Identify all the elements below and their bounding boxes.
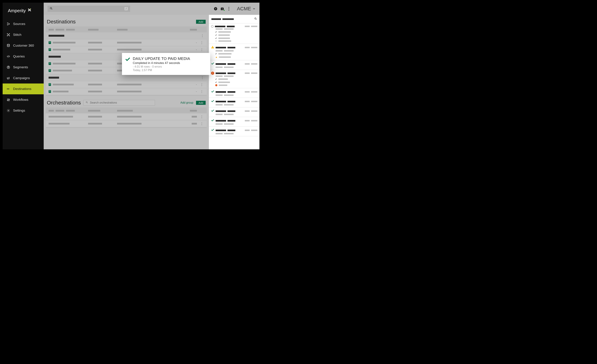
- add-destination-button[interactable]: Add: [196, 20, 206, 24]
- file-icon: [48, 83, 51, 86]
- sidebar-item-settings[interactable]: Settings: [3, 105, 44, 116]
- table-row[interactable]: - ⋮: [46, 39, 207, 46]
- callout-rows-errors: - 4.01 M rows - 0 errors: [133, 65, 190, 68]
- svg-point-22: [228, 8, 229, 9]
- search-input[interactable]: [55, 7, 122, 10]
- sidebar-item-workflows[interactable]: Workflows: [3, 94, 44, 105]
- sidebar: Amperity Sources Stitch Customer 360 Que…: [3, 3, 44, 149]
- mini-check-icon: ✔: [215, 31, 217, 33]
- overflow-menu[interactable]: [227, 7, 231, 11]
- activity-substep: ✔: [215, 37, 257, 39]
- main: / ? ACME Destinations Add: [44, 3, 259, 149]
- search-icon[interactable]: [254, 17, 257, 21]
- callout-completed: Completed in 4 minutes 47 seconds: [133, 61, 190, 65]
- activity-card[interactable]: ✔✔✔: [209, 23, 259, 44]
- check-icon: [211, 100, 214, 103]
- destinations-title: Destinations: [47, 19, 76, 25]
- kebab-icon[interactable]: ⋮: [201, 76, 204, 79]
- activity-card[interactable]: [209, 117, 259, 127]
- kebab-icon[interactable]: ⋮: [200, 115, 203, 119]
- search-icon: [86, 101, 88, 104]
- chevron-down-icon: [252, 6, 256, 12]
- add-orchestration-button[interactable]: Add: [196, 101, 206, 105]
- warning-icon: [211, 46, 214, 49]
- activity-card[interactable]: [209, 98, 259, 108]
- svg-point-11: [8, 66, 9, 67]
- sidebar-item-queries[interactable]: Queries: [3, 51, 44, 62]
- brand: Amperity: [3, 6, 44, 18]
- topbar: / ? ACME: [44, 3, 259, 15]
- svg-point-6: [7, 35, 8, 36]
- global-search[interactable]: /: [47, 6, 130, 12]
- table-row[interactable]: ⋮: [46, 120, 207, 127]
- sidebar-item-label: Queries: [13, 54, 25, 58]
- kebab-icon[interactable]: ⋮: [200, 122, 203, 126]
- orchestrations-search[interactable]: Search orchestrations: [83, 100, 155, 106]
- activity-substep: ▲: [215, 56, 257, 58]
- activity-card[interactable]: ✔▲: [209, 44, 259, 60]
- destinations-icon: [7, 87, 10, 91]
- sidebar-item-campaigns[interactable]: Campaigns: [3, 73, 44, 84]
- destination-group[interactable]: ⋮: [46, 32, 207, 39]
- callout-timestamp: Today, 1:57 PM: [133, 69, 190, 72]
- app-frame: Amperity Sources Stitch Customer 360 Que…: [0, 0, 262, 152]
- check-icon: [211, 62, 214, 66]
- gear-icon: [7, 109, 10, 112]
- file-icon: [48, 62, 51, 65]
- notification-dot-icon: [223, 9, 225, 11]
- sidebar-item-destinations[interactable]: Destinations: [3, 84, 44, 94]
- svg-point-21: [228, 7, 229, 8]
- workflow-detail-callout: DAILY UPDATE TO PAID MEDIA Completed in …: [122, 53, 210, 75]
- sidebar-item-label: Destinations: [13, 87, 31, 91]
- svg-rect-20: [222, 8, 222, 10]
- table-row[interactable]: - ⋮: [46, 88, 207, 95]
- kebab-icon[interactable]: ⋮: [200, 90, 203, 93]
- svg-point-0: [30, 8, 30, 9]
- error-icon: !: [211, 72, 214, 75]
- mini-check-icon: ✔: [215, 34, 217, 36]
- svg-point-7: [9, 35, 10, 36]
- brand-logo-icon: [27, 8, 32, 14]
- orchestrations-title: Orchestrations: [47, 100, 81, 106]
- help-icon[interactable]: ?: [213, 7, 218, 11]
- callout-title: DAILY UPDATE TO PAID MEDIA: [133, 56, 190, 61]
- sidebar-item-segments[interactable]: Segments: [3, 62, 44, 73]
- table-row[interactable]: ⋮: [46, 113, 207, 120]
- table-row[interactable]: - ⋮: [46, 81, 207, 88]
- svg-rect-26: [212, 47, 213, 48]
- activity-card[interactable]: [209, 108, 259, 117]
- sidebar-item-customer360[interactable]: Customer 360: [3, 40, 44, 51]
- callout-body: DAILY UPDATE TO PAID MEDIA Completed in …: [133, 56, 190, 72]
- kebab-icon[interactable]: ⋮: [201, 34, 204, 38]
- tenant-switcher[interactable]: ACME: [237, 6, 256, 12]
- activity-substep: ✔: [215, 81, 257, 84]
- check-icon: [125, 57, 130, 72]
- loading-icon: [211, 25, 213, 28]
- activity-card[interactable]: ! ✔✔: [209, 70, 259, 88]
- activity-substep: [215, 84, 257, 86]
- activity-card[interactable]: [209, 127, 259, 136]
- gift-icon[interactable]: [220, 7, 224, 11]
- activity-card[interactable]: [209, 60, 259, 70]
- mini-check-icon: ✔: [215, 53, 217, 55]
- destination-group[interactable]: ⋮: [46, 74, 207, 81]
- activity-substep: ✔: [215, 31, 257, 33]
- svg-point-1: [7, 23, 8, 23]
- sidebar-item-stitch[interactable]: Stitch: [3, 29, 44, 40]
- table-header-row: [46, 27, 207, 32]
- file-icon: [48, 48, 51, 51]
- add-group-link[interactable]: Add group: [180, 101, 193, 104]
- activity-substep: ✔: [215, 53, 257, 55]
- brand-name: Amperity: [8, 8, 26, 14]
- svg-point-5: [9, 33, 10, 34]
- kebab-icon[interactable]: ⋮: [200, 41, 203, 45]
- sidebar-item-sources[interactable]: Sources: [3, 18, 44, 29]
- activity-card[interactable]: [209, 88, 259, 98]
- mini-check-icon: ✔: [215, 37, 217, 39]
- table-row[interactable]: - ⋮: [46, 46, 207, 53]
- kebab-icon[interactable]: ⋮: [200, 83, 203, 86]
- activity-panel: ✔✔✔ ✔▲: [209, 15, 259, 149]
- kebab-icon[interactable]: ⋮: [200, 48, 203, 52]
- svg-point-3: [9, 23, 9, 24]
- svg-point-15: [50, 7, 52, 9]
